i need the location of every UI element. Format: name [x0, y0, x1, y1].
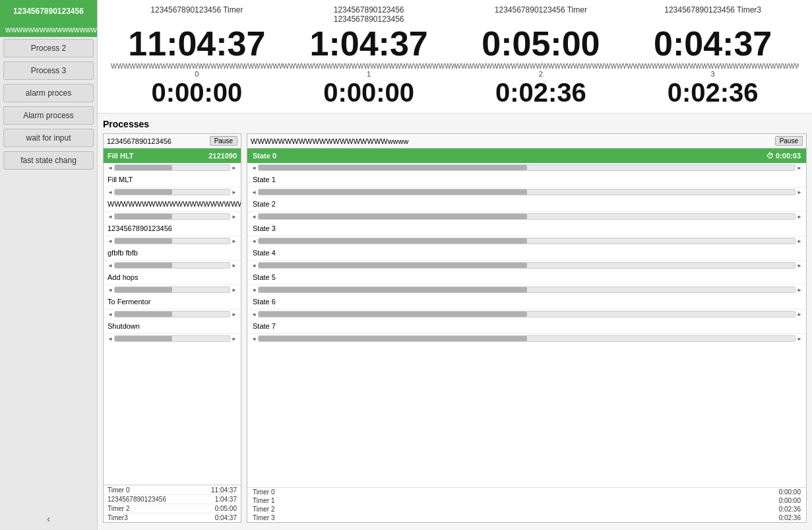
state-item-3[interactable]: State 3 — [247, 221, 806, 236]
process-item-add-hops[interactable]: Add hops — [104, 270, 241, 285]
right-scrollbar-3[interactable]: ◄ ► — [247, 236, 806, 246]
left-scrollbar-7[interactable]: ◄ ► — [104, 334, 241, 343]
right-scroll-right-1[interactable]: ► — [796, 189, 803, 195]
state-item-5[interactable]: State 5 — [247, 270, 806, 285]
right-scrollbar-7[interactable]: ◄ ► — [247, 334, 806, 343]
timer-small-1: 0:00:00 — [283, 78, 455, 108]
sidebar-item-process3[interactable]: Process 3 — [3, 61, 94, 80]
left-scroll-left-0[interactable]: ◄ — [106, 165, 114, 171]
right-scroll-right-3[interactable]: ► — [796, 238, 803, 244]
sidebar-item-wait-for-input[interactable]: wait for input — [3, 129, 94, 147]
right-scroll-right-6[interactable]: ► — [796, 312, 803, 317]
timer-wave-3: WWWWWWWWWWWWWWWWWWWWWWWWWWWWWWWW Timer3 — [627, 63, 799, 70]
active-process-item[interactable]: Fill HLT 2121090 — [104, 149, 241, 163]
timer-wave-0: WWWWWWWWWWWWWWWWWWWWWWWWWWWWWWWW Timer — [111, 63, 283, 70]
process-item-to-fermentor[interactable]: To Fermentor — [104, 294, 241, 310]
left-scrollbar-5[interactable]: ◄ ► — [104, 285, 241, 294]
timer-header-2: 1234567890123456 Timer — [455, 5, 627, 24]
right-scroll-left-3[interactable]: ◄ — [250, 238, 258, 244]
left-scrollbar-6[interactable]: ◄ ► — [104, 310, 241, 319]
timer-small-row: 0:00:00 0:00:00 0:02:36 0:02:36 — [111, 78, 799, 108]
right-scrollbar-active[interactable]: ◄ ► — [247, 163, 806, 172]
left-timer-row-1: 1234567890123456 1:04:37 — [104, 494, 241, 504]
right-panel-name: WWWWWWWWWWWWWWWWWWWWwwww — [251, 137, 408, 145]
process-item-gfbfb[interactable]: gfbfb fbfb — [104, 246, 241, 261]
right-scroll-left-7[interactable]: ◄ — [250, 336, 258, 342]
processes-section: Processes 1234567890123456 Pause Fill HL… — [98, 114, 812, 530]
left-scroll-left-5[interactable]: ◄ — [106, 287, 114, 293]
left-scroll-left-2[interactable]: ◄ — [106, 214, 114, 220]
right-timer-label-0: Timer 0 — [253, 488, 275, 496]
left-scroll-right-2[interactable]: ► — [230, 214, 238, 220]
right-timer-row-0: Timer 0 0:00:00 — [247, 488, 806, 496]
right-scrollbar-4[interactable]: ◄ ► — [247, 261, 806, 270]
timer-header-row: 1234567890123456 Timer 1234567890123456 … — [111, 5, 799, 24]
state-item-7[interactable]: State 7 — [247, 319, 806, 334]
right-scroll-left-1[interactable]: ◄ — [250, 189, 258, 195]
timer-wave-label-row: 0 1 2 3 — [111, 70, 799, 78]
timer-big-2: 0:05:00 — [455, 25, 627, 63]
left-scroll-right-6[interactable]: ► — [230, 312, 238, 317]
state-item-1[interactable]: State 1 — [247, 172, 806, 187]
right-scrollbar-2[interactable]: ◄ ► — [247, 212, 806, 221]
left-scrollbar-1[interactable]: ◄ ► — [104, 187, 241, 197]
state-item-2[interactable]: State 2 — [247, 197, 806, 212]
sidebar-top-button[interactable]: 1234567890123456 — [0, 0, 97, 22]
left-scroll-left-3[interactable]: ◄ — [106, 238, 114, 244]
left-scroll-right-3[interactable]: ► — [230, 238, 238, 244]
right-pause-button[interactable]: Pause — [775, 136, 803, 146]
sidebar-item-fast-state-chang[interactable]: fast state chang — [3, 151, 94, 170]
right-timer-value-1: 0:00:00 — [779, 497, 801, 504]
sidebar-scroll-text: wwwwwwwwwwwwwwww — [0, 22, 97, 37]
active-state-item[interactable]: State 0 ⏱ 0:00:03 — [247, 149, 806, 163]
left-scroll-right-7[interactable]: ► — [230, 336, 238, 342]
left-scrollbar-3[interactable]: ◄ ► — [104, 236, 241, 246]
clock-icon: ⏱ — [766, 152, 774, 160]
process-item-1234[interactable]: 1234567890123456 — [104, 221, 241, 236]
left-timer-label-3: Timer3 — [108, 514, 128, 521]
timer-section: 1234567890123456 Timer 1234567890123456 … — [98, 0, 812, 114]
right-scroll-left-6[interactable]: ◄ — [250, 312, 258, 317]
process-item-shutdown[interactable]: Shutdown — [104, 319, 241, 334]
left-scroll-left-1[interactable]: ◄ — [106, 189, 114, 195]
right-scroll-right-2[interactable]: ► — [796, 214, 803, 220]
left-scroll-right-5[interactable]: ► — [230, 287, 238, 293]
right-scroll-left-5[interactable]: ◄ — [250, 287, 258, 293]
left-scroll-left-4[interactable]: ◄ — [106, 263, 114, 269]
left-timer-label-1: 1234567890123456 — [108, 496, 166, 503]
sidebar-item-alarm-proces[interactable]: alarm proces — [3, 84, 94, 102]
right-scrollbar-6[interactable]: ◄ ► — [247, 310, 806, 319]
right-scroll-right-7[interactable]: ► — [796, 336, 803, 342]
left-scrollbar-4[interactable]: ◄ ► — [104, 261, 241, 270]
right-scroll-right-0[interactable]: ► — [796, 165, 803, 171]
left-active-scrollbar[interactable]: ◄ ► — [104, 163, 241, 172]
left-timer-row-0: Timer 0 11:04:37 — [104, 485, 241, 494]
right-scrollbar-1[interactable]: ◄ ► — [247, 187, 806, 197]
right-scroll-right-5[interactable]: ► — [796, 287, 803, 293]
left-panel-name: 1234567890123456 — [107, 137, 172, 145]
timer-big-1: 1:04:37 — [283, 25, 455, 63]
process-item-www[interactable]: WWWWWWWWWWWWWWWWWWWWWWWWWWWWWW — [104, 197, 241, 212]
left-scroll-left-7[interactable]: ◄ — [106, 336, 114, 342]
state-item-6[interactable]: State 6 — [247, 294, 806, 310]
right-scrollbar-5[interactable]: ◄ ► — [247, 285, 806, 294]
right-scroll-left-2[interactable]: ◄ — [250, 214, 258, 220]
right-scroll-left-0[interactable]: ◄ — [250, 165, 258, 171]
left-timer-value-1: 1:04:37 — [215, 496, 237, 503]
timer-wave-2: WWWWWWWWWWWWWWWWWWWWWWWWWWWWWWWW Timer — [455, 63, 627, 70]
left-scrollbar-2[interactable]: ◄ ► — [104, 212, 241, 221]
right-scroll-right-4[interactable]: ► — [796, 263, 803, 269]
sidebar-item-alarm-process[interactable]: Alarm process — [3, 106, 94, 125]
left-scroll-right-0[interactable]: ► — [230, 165, 238, 171]
right-panel-header: WWWWWWWWWWWWWWWWWWWWwwww Pause — [247, 134, 806, 149]
left-scroll-right-4[interactable]: ► — [230, 263, 238, 269]
state-item-4[interactable]: State 4 — [247, 246, 806, 261]
sidebar-item-process2[interactable]: Process 2 — [3, 39, 94, 57]
left-scroll-right-1[interactable]: ► — [230, 189, 238, 195]
right-scroll-left-4[interactable]: ◄ — [250, 263, 258, 269]
timer-wave-1: WWWWWWWWWWWWWWWWWWWWWWWWWWWWWWWW Timer — [283, 63, 455, 70]
left-scroll-left-6[interactable]: ◄ — [106, 312, 114, 317]
left-pause-button[interactable]: Pause — [210, 136, 237, 146]
sidebar-collapse-arrow[interactable]: ‹ — [44, 511, 53, 527]
process-item-fill-mlt[interactable]: Fill MLT — [104, 172, 241, 187]
